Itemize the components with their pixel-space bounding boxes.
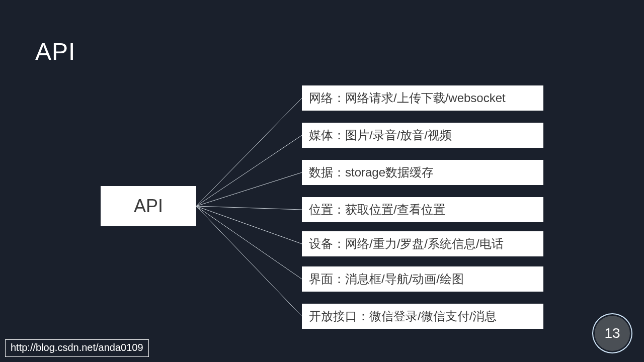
api-category-box: 媒体：图片/录音/放音/视频: [302, 123, 543, 148]
svg-line-3: [196, 206, 302, 210]
api-category-label: 位置：获取位置/查看位置: [309, 202, 445, 218]
footer-url: http://blog.csdn.net/anda0109: [5, 339, 149, 357]
api-category-label: 设备：网络/重力/罗盘/系统信息/电话: [309, 236, 504, 252]
api-category-box: 设备：网络/重力/罗盘/系统信息/电话: [302, 231, 543, 256]
svg-line-0: [196, 98, 302, 206]
svg-line-1: [196, 135, 302, 206]
svg-line-4: [196, 206, 302, 244]
api-category-label: 开放接口：微信登录/微信支付/消息: [309, 308, 497, 324]
api-category-box: 网络：网络请求/上传下载/websocket: [302, 85, 543, 111]
svg-line-2: [196, 172, 302, 206]
api-category-box: 数据：storage数据缓存: [302, 160, 543, 185]
page-number-badge: 13: [595, 316, 630, 351]
svg-line-5: [196, 206, 302, 279]
api-category-box: 位置：获取位置/查看位置: [302, 197, 543, 222]
api-category-label: 媒体：图片/录音/放音/视频: [309, 127, 452, 143]
slide-title: API: [35, 38, 75, 65]
api-category-box: 开放接口：微信登录/微信支付/消息: [302, 304, 543, 329]
api-category-label: 界面：消息框/导航/动画/绘图: [309, 271, 464, 287]
center-node: API: [101, 186, 196, 226]
api-category-label: 网络：网络请求/上传下载/websocket: [309, 90, 506, 106]
svg-line-6: [196, 206, 302, 316]
api-category-box: 界面：消息框/导航/动画/绘图: [302, 266, 543, 292]
api-category-label: 数据：storage数据缓存: [309, 164, 434, 180]
center-node-label: API: [134, 196, 163, 217]
